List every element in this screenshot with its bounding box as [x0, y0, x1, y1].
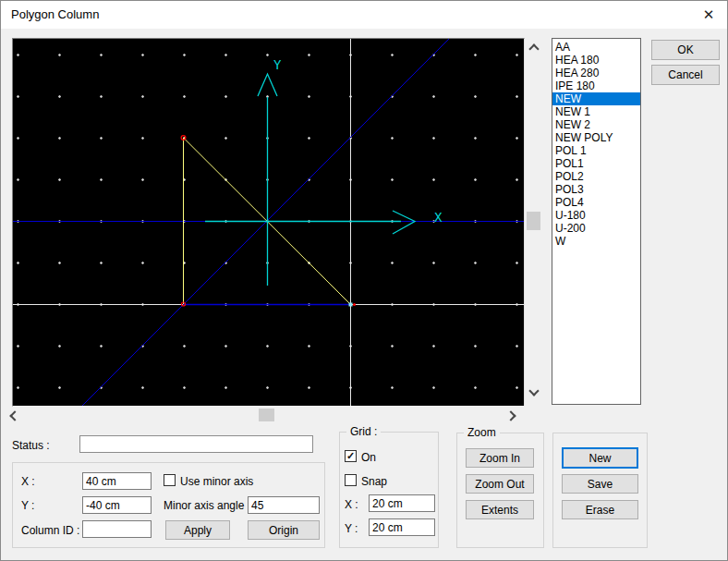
list-item[interactable]: NEW 1: [552, 105, 640, 118]
list-item[interactable]: POL 1: [552, 144, 640, 157]
grid-x-label: X :: [345, 498, 358, 511]
title-bar: Polygon Column ✕: [1, 1, 727, 29]
list-item[interactable]: POL1: [552, 157, 640, 170]
minor-axis-angle-input[interactable]: [248, 496, 320, 514]
dialog-title: Polygon Column: [11, 1, 99, 29]
canvas-horizontal-scrollbar[interactable]: [3, 408, 523, 422]
grid-x-input[interactable]: [369, 494, 435, 512]
use-minor-axis-checkbox[interactable]: [164, 474, 176, 486]
column-id-label: Column ID :: [21, 524, 79, 537]
list-item[interactable]: NEW: [552, 92, 640, 105]
close-icon[interactable]: ✕: [692, 1, 725, 29]
list-item[interactable]: U-200: [552, 222, 640, 235]
minor-axis-angle-label: Minor axis angle :: [164, 499, 250, 512]
minor-axis-45deg-line: [82, 39, 449, 406]
y-input[interactable]: [82, 496, 152, 514]
erase-button[interactable]: Erase: [562, 500, 638, 519]
status-box: [79, 435, 313, 453]
zoom-group-title: Zoom: [464, 426, 500, 439]
list-item[interactable]: POL3: [552, 183, 640, 196]
grid-y-input[interactable]: [369, 518, 435, 536]
scroll-right-icon[interactable]: [505, 410, 516, 421]
grid-on-checkbox[interactable]: [345, 450, 357, 462]
list-item[interactable]: IPE 180: [552, 79, 640, 92]
ok-button[interactable]: OK: [651, 40, 720, 60]
use-minor-axis-label: Use minor axis: [180, 475, 253, 488]
grid-snap-checkbox[interactable]: [345, 474, 357, 486]
canvas-vertical-scrollbar[interactable]: [526, 38, 541, 404]
x-axis-label: X: [434, 210, 443, 225]
save-button[interactable]: Save: [562, 474, 638, 494]
extents-button[interactable]: Extents: [466, 500, 534, 519]
list-item[interactable]: NEW POLY: [552, 131, 640, 144]
grid-on-label: On: [361, 451, 376, 464]
zoom-out-button[interactable]: Zoom Out: [466, 474, 534, 494]
y-axis-label: Y: [273, 57, 282, 72]
list-item[interactable]: U-180: [552, 209, 640, 222]
status-label: Status :: [12, 439, 50, 452]
list-item[interactable]: W: [552, 235, 640, 248]
horizontal-scroll-thumb[interactable]: [259, 409, 274, 421]
list-item[interactable]: NEW 2: [552, 118, 640, 131]
new-button[interactable]: New: [562, 447, 638, 469]
vertex-marker-3: [353, 303, 356, 306]
list-item[interactable]: POL4: [552, 196, 640, 209]
drawing-canvas[interactable]: Y X: [12, 38, 525, 407]
canvas-drawing: Y X: [13, 39, 524, 406]
list-item[interactable]: HEA 280: [552, 67, 640, 79]
grid-snap-label: Snap: [361, 475, 387, 488]
scroll-down-icon[interactable]: [528, 385, 539, 396]
scroll-left-icon[interactable]: [9, 410, 19, 421]
list-item[interactable]: HEA 180: [552, 54, 640, 67]
y-axis-arrowhead-icon: [258, 74, 277, 96]
x-input[interactable]: [82, 472, 152, 490]
cancel-button[interactable]: Cancel: [651, 65, 720, 85]
x-axis-arrowhead-icon: [393, 211, 415, 234]
x-label: X :: [21, 475, 35, 488]
grid-y-label: Y :: [345, 522, 358, 535]
current-point-marker: [349, 303, 353, 307]
polygon-column-dialog: Polygon Column ✕ Y X: [0, 0, 728, 561]
column-id-input[interactable]: [82, 520, 152, 538]
section-listbox[interactable]: AA HEA 180 HEA 280 IPE 180 NEW NEW 1 NEW…: [552, 38, 641, 405]
grid-group-title: Grid :: [346, 425, 381, 438]
origin-button[interactable]: Origin: [248, 520, 320, 540]
zoom-in-button[interactable]: Zoom In: [466, 448, 534, 468]
y-label: Y :: [21, 499, 34, 512]
list-item[interactable]: AA: [552, 41, 640, 54]
apply-button[interactable]: Apply: [165, 520, 230, 540]
list-item[interactable]: POL2: [552, 170, 640, 183]
vertical-scroll-thumb[interactable]: [527, 212, 540, 230]
scroll-up-icon[interactable]: [528, 43, 539, 54]
